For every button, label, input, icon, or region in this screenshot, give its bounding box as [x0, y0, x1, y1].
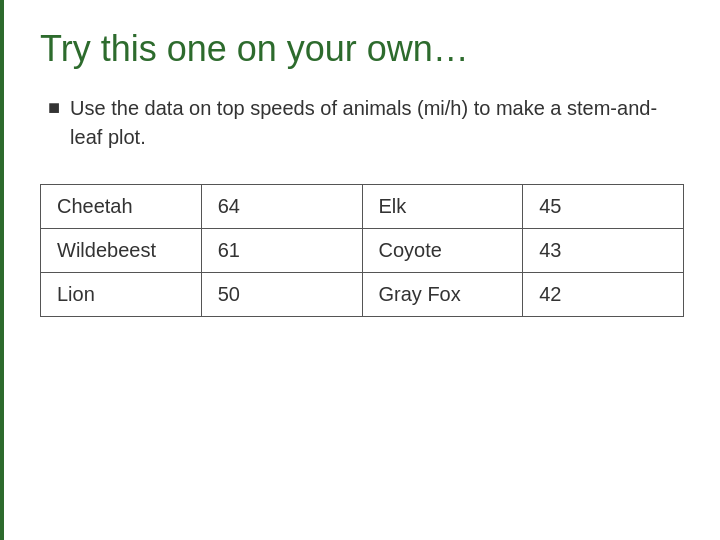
bullet-text: Use the data on top speeds of animals (m… — [70, 94, 684, 152]
cell-r0-c3: 45 — [523, 185, 684, 229]
cell-r1-c1: 61 — [201, 229, 362, 273]
cell-r2-c2: Gray Fox — [362, 273, 523, 317]
animals-table: Cheetah64Elk45Wildebeest61Coyote43Lion50… — [40, 184, 684, 317]
cell-r2-c1: 50 — [201, 273, 362, 317]
cell-r1-c0: Wildebeest — [41, 229, 202, 273]
cell-r0-c2: Elk — [362, 185, 523, 229]
table-row: Wildebeest61Coyote43 — [41, 229, 684, 273]
bullet-marker: ■ — [48, 96, 60, 119]
table-row: Cheetah64Elk45 — [41, 185, 684, 229]
cell-r1-c2: Coyote — [362, 229, 523, 273]
cell-r1-c3: 43 — [523, 229, 684, 273]
table-row: Lion50Gray Fox42 — [41, 273, 684, 317]
slide-container: Try this one on your own… ■ Use the data… — [0, 0, 720, 540]
cell-r2-c3: 42 — [523, 273, 684, 317]
slide-title: Try this one on your own… — [40, 28, 684, 70]
cell-r0-c0: Cheetah — [41, 185, 202, 229]
cell-r0-c1: 64 — [201, 185, 362, 229]
bullet-point: ■ Use the data on top speeds of animals … — [48, 94, 684, 152]
cell-r2-c0: Lion — [41, 273, 202, 317]
